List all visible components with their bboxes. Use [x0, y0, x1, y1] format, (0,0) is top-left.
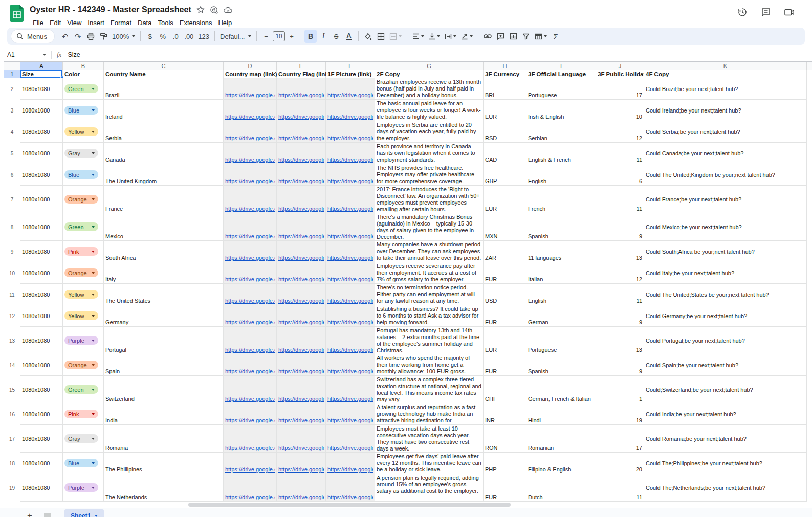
- drive-link[interactable]: https://drive.google.c: [225, 396, 275, 402]
- cell-color[interactable]: Green: [63, 78, 104, 100]
- cell-currency[interactable]: USD: [484, 284, 526, 305]
- cell-size[interactable]: 1080x1080: [20, 143, 63, 164]
- drive-link[interactable]: https://drive.google.: [327, 347, 373, 353]
- cell-public-holidays[interactable]: 17: [596, 425, 644, 453]
- cell-country-name[interactable]: Ireland: [104, 100, 224, 121]
- cell-C1[interactable]: Country Name: [104, 70, 224, 78]
- cell-country-name[interactable]: Germany: [104, 305, 224, 327]
- drive-link[interactable]: https://drive.google.c: [225, 445, 275, 451]
- cell-D1[interactable]: Country map (link): [224, 70, 277, 78]
- cell-E1[interactable]: Country Flag (link): [277, 70, 326, 78]
- name-box[interactable]: A1: [7, 51, 51, 58]
- cell-size[interactable]: 1080x1080: [20, 262, 63, 284]
- cell-public-holidays[interactable]: 11: [596, 186, 644, 213]
- cell-map-link[interactable]: https://drive.google.c: [224, 376, 277, 403]
- cell-size[interactable]: 1080x1080: [20, 241, 63, 262]
- horizontal-align-button[interactable]: [410, 30, 426, 43]
- cell-public-holidays[interactable]: 20: [596, 453, 644, 474]
- drive-link[interactable]: https://drive.google.: [327, 319, 373, 325]
- drive-link[interactable]: https://drive.google.: [278, 135, 324, 141]
- column-header-A[interactable]: A: [20, 62, 63, 70]
- color-dropdown-chip[interactable]: Purple: [64, 336, 98, 345]
- cell-public-holidays[interactable]: 11: [596, 284, 644, 305]
- horizontal-scrollbar-thumb[interactable]: [188, 503, 511, 507]
- row-header[interactable]: 8: [4, 213, 20, 241]
- print-button[interactable]: [84, 30, 97, 43]
- cell-currency[interactable]: EUR: [484, 327, 526, 354]
- cell-color[interactable]: Green: [63, 376, 104, 403]
- cell-flag-link[interactable]: https://drive.google.: [277, 213, 326, 241]
- cell-picture-link[interactable]: https://drive.google.: [326, 78, 375, 100]
- row-header[interactable]: 14: [4, 354, 20, 376]
- drive-link[interactable]: https://drive.google.c: [225, 276, 275, 282]
- column-header-C[interactable]: C: [104, 62, 224, 70]
- cell-country-name[interactable]: India: [104, 403, 224, 425]
- color-dropdown-chip[interactable]: Yellow: [64, 311, 98, 320]
- cell-size[interactable]: 1080x1080: [20, 425, 63, 453]
- row-header[interactable]: 13: [4, 327, 20, 354]
- drive-link[interactable]: https://drive.google.: [278, 233, 324, 239]
- cell-I1[interactable]: 3F Official Language: [526, 70, 596, 78]
- drive-link[interactable]: https://drive.google.: [278, 319, 324, 325]
- decrease-font-size-button[interactable]: −: [260, 30, 272, 43]
- cell-language[interactable]: Dutch: [526, 474, 596, 502]
- drive-link[interactable]: https://drive.google.: [278, 445, 324, 451]
- cell-4f-copy[interactable]: Could;Switzerland;be your next;talent hu…: [644, 376, 807, 403]
- cell-language[interactable]: Spanish: [526, 213, 596, 241]
- row-header[interactable]: 1: [4, 70, 20, 78]
- menu-format[interactable]: Format: [107, 18, 135, 28]
- row-header[interactable]: 18: [4, 453, 20, 474]
- cell-country-name[interactable]: The United States: [104, 284, 224, 305]
- row-header[interactable]: 4: [4, 121, 20, 143]
- cell-language[interactable]: German: [526, 305, 596, 327]
- cell-2f-copy[interactable]: Switzerland has a complex three-tiered t…: [375, 376, 484, 403]
- cell-currency[interactable]: INR: [484, 403, 526, 425]
- cell-flag-link[interactable]: https://drive.google.: [277, 305, 326, 327]
- cell-color[interactable]: Yellow: [63, 305, 104, 327]
- cell-4f-copy[interactable]: Could Romania;be your next;talent hub?: [644, 425, 807, 453]
- drive-link[interactable]: https://drive.google.: [278, 255, 324, 261]
- cell-2f-copy[interactable]: Establishing a business? It could take u…: [375, 305, 484, 327]
- cell-size[interactable]: 1080x1080: [20, 305, 63, 327]
- column-header-F[interactable]: F: [326, 62, 375, 70]
- drive-link[interactable]: https://drive.google.: [278, 178, 324, 184]
- cell-4f-copy[interactable]: Could Italy;be your next;talent hub?: [644, 262, 807, 284]
- cell-size[interactable]: 1080x1080: [20, 121, 63, 143]
- cell-currency[interactable]: BRL: [484, 78, 526, 100]
- drive-link[interactable]: https://drive.google.: [327, 206, 373, 212]
- text-color-button[interactable]: A: [343, 30, 355, 43]
- cell-currency[interactable]: ZAR: [484, 241, 526, 262]
- cell-currency[interactable]: RSD: [484, 121, 526, 143]
- cell-color[interactable]: Purple: [63, 327, 104, 354]
- column-header-K[interactable]: K: [644, 62, 807, 70]
- cell-color[interactable]: Blue: [63, 453, 104, 474]
- cell-language[interactable]: English: [526, 164, 596, 186]
- cell-map-link[interactable]: https://drive.google.c: [224, 403, 277, 425]
- cell-color[interactable]: Purple: [63, 474, 104, 502]
- drive-link[interactable]: https://drive.google.: [327, 368, 373, 374]
- cell-2f-copy[interactable]: Employees get five days' paid leave afte…: [375, 453, 484, 474]
- cell-public-holidays[interactable]: 12: [596, 121, 644, 143]
- cell-size[interactable]: 1080x1080: [20, 186, 63, 213]
- functions-button[interactable]: Σ: [550, 30, 562, 43]
- cell-color[interactable]: Blue: [63, 164, 104, 186]
- cell-color[interactable]: Yellow: [63, 284, 104, 305]
- cell-size[interactable]: 1080x1080: [20, 164, 63, 186]
- drive-link[interactable]: https://drive.google.c: [225, 135, 275, 141]
- cell-public-holidays[interactable]: 17: [596, 78, 644, 100]
- cell-country-name[interactable]: Switzerland: [104, 376, 224, 403]
- cell-public-holidays[interactable]: 13: [596, 327, 644, 354]
- drive-link[interactable]: https://drive.google.: [278, 396, 324, 402]
- cell-2f-copy[interactable]: Brazilian employees receive a 13th month…: [375, 78, 484, 100]
- cell-flag-link[interactable]: https://drive.google.: [277, 186, 326, 213]
- cell-4f-copy[interactable]: Could Mexico;be your next;talent hub?: [644, 213, 807, 241]
- cell-2f-copy[interactable]: There's a mandatory Christmas Bonus (agu…: [375, 213, 484, 241]
- cell-flag-link[interactable]: https://drive.google.: [277, 78, 326, 100]
- column-header-H[interactable]: H: [484, 62, 526, 70]
- cell-size[interactable]: 1080x1080: [20, 376, 63, 403]
- cell-4f-copy[interactable]: Could The United;States be your;next tal…: [644, 284, 807, 305]
- color-dropdown-chip[interactable]: Blue: [64, 170, 98, 179]
- color-dropdown-chip[interactable]: Orange: [64, 268, 98, 277]
- cell-flag-link[interactable]: https://drive.google.: [277, 403, 326, 425]
- color-dropdown-chip[interactable]: Orange: [64, 361, 98, 369]
